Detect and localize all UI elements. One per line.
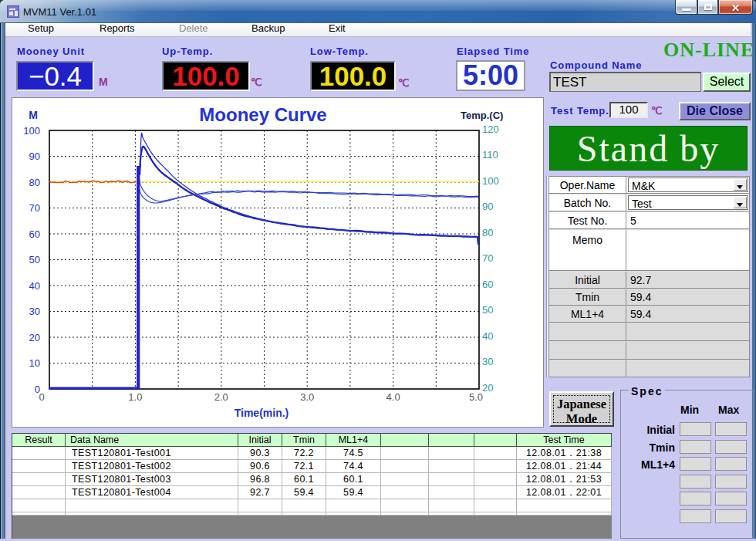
svg-text:70: 70 xyxy=(482,252,493,264)
svg-text:Mooney Curve: Mooney Curve xyxy=(199,104,326,125)
svg-text:60: 60 xyxy=(29,228,40,240)
svg-text:M: M xyxy=(29,109,38,121)
svg-text:5.0: 5.0 xyxy=(469,391,483,403)
svg-text:3.0: 3.0 xyxy=(300,391,314,403)
svg-text:50: 50 xyxy=(29,254,40,265)
svg-text:70: 70 xyxy=(29,202,40,214)
svg-text:30: 30 xyxy=(29,306,40,317)
svg-text:100: 100 xyxy=(482,175,499,187)
svg-text:Temp.(C): Temp.(C) xyxy=(461,110,503,121)
svg-text:40: 40 xyxy=(29,280,40,292)
svg-text:20: 20 xyxy=(482,382,493,394)
svg-text:50: 50 xyxy=(482,304,493,316)
svg-text:110: 110 xyxy=(482,149,498,161)
svg-text:10: 10 xyxy=(29,357,40,369)
svg-text:100: 100 xyxy=(23,125,40,137)
svg-text:1.0: 1.0 xyxy=(128,391,142,403)
svg-text:Time(min.): Time(min.) xyxy=(235,407,289,419)
svg-text:90: 90 xyxy=(29,150,40,162)
svg-text:30: 30 xyxy=(482,356,493,367)
svg-text:80: 80 xyxy=(29,177,40,188)
svg-text:20: 20 xyxy=(29,332,40,343)
svg-text:0: 0 xyxy=(39,391,44,403)
svg-text:40: 40 xyxy=(482,330,493,342)
svg-text:4.0: 4.0 xyxy=(386,391,400,403)
svg-text:90: 90 xyxy=(482,201,493,212)
svg-text:80: 80 xyxy=(482,227,493,238)
svg-text:2.0: 2.0 xyxy=(214,391,228,403)
svg-text:60: 60 xyxy=(482,279,493,290)
svg-text:120: 120 xyxy=(482,123,499,135)
